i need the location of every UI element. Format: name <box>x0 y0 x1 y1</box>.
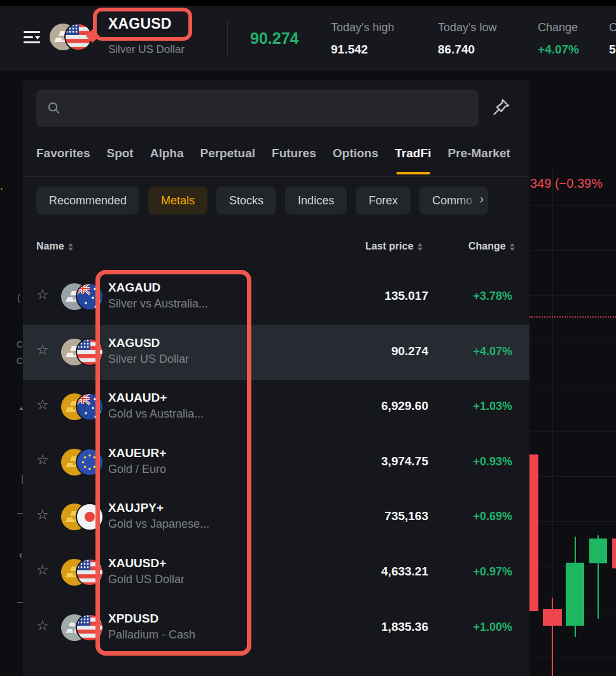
column-label: Change <box>468 241 506 251</box>
row-last-price: 1,835.36 <box>381 620 428 634</box>
row-symbol: XAUJPY+ <box>108 501 164 515</box>
favorite-star-icon[interactable]: ☆ <box>36 508 49 522</box>
tab-spot[interactable]: Spot <box>106 144 133 174</box>
page-fragment: ‹ <box>19 550 22 560</box>
chart-dotted-price-line <box>529 316 616 318</box>
chip-recommended[interactable]: Recommended <box>36 187 139 215</box>
chip-metals[interactable]: Metals <box>148 187 207 215</box>
search-input[interactable] <box>67 90 468 127</box>
chip-commo[interactable]: Commo› <box>419 187 488 215</box>
chip-indices[interactable]: Indices <box>285 187 347 215</box>
chip-label: Forex <box>368 194 398 208</box>
row-symbol: XAGAUD <box>108 281 160 295</box>
stat-label: Change <box>538 21 578 34</box>
tab-pre-market[interactable]: Pre-Market <box>448 144 510 174</box>
candle-body <box>543 609 562 626</box>
chart-gridline <box>529 657 616 658</box>
chip-label: Stocks <box>229 194 263 208</box>
row-change: +4.07% <box>473 345 512 358</box>
row-symbol: XAUAUD+ <box>108 391 167 405</box>
symbol-row-xaueur-plus[interactable]: ☆XAUEUR+Gold / Euro3,974.75+0.93% <box>23 435 529 490</box>
stat-label: Today's low <box>438 21 496 34</box>
symbol-row-xpdusd[interactable]: ☆XPDUSDPalladium - Cash1,835.36+1.00% <box>23 600 529 656</box>
row-change: +0.69% <box>473 510 512 523</box>
symbol-row-xagaud[interactable]: ☆XAGAUDSilver vs Australia...135.017+3.7… <box>23 269 529 325</box>
candle-body <box>566 563 584 626</box>
chart-gridline <box>529 295 616 296</box>
header-divider <box>227 22 228 56</box>
row-description: Gold vs Japanese... <box>108 518 209 531</box>
window-top-strip <box>0 0 616 6</box>
tab-options[interactable]: Options <box>333 144 379 174</box>
column-header-last-price[interactable]: Last price <box>365 241 423 252</box>
header-symbol[interactable]: XAGUSD <box>108 15 172 32</box>
stat-value: +4.07% <box>538 43 579 57</box>
pair-icon <box>61 393 103 421</box>
pair-icon <box>61 503 103 531</box>
trading-app-screen: 349 (−0.39% •(CC▴|—‹— XAGUSD Silver US D… <box>0 0 616 676</box>
candle-body <box>612 539 616 568</box>
header-last-price: 90.274 <box>250 29 298 48</box>
favorite-star-icon[interactable]: ☆ <box>36 343 49 357</box>
pair-icon <box>61 338 103 366</box>
row-symbol: XAUEUR+ <box>108 446 166 460</box>
market-tabs: FavoritesSpotAlphaPerpetualFuturesOption… <box>36 144 529 174</box>
tab-favorites[interactable]: Favorites <box>36 144 90 174</box>
row-symbol: XAGUSD <box>108 336 160 350</box>
tab-alpha[interactable]: Alpha <box>150 144 184 174</box>
pair-icon <box>61 283 103 311</box>
pair-icon <box>61 448 103 476</box>
chip-forex[interactable]: Forex <box>356 187 410 215</box>
category-chips: RecommendedMetalsStocksIndicesForexCommo… <box>36 187 488 215</box>
search-box[interactable] <box>36 90 479 127</box>
tab-futures[interactable]: Futures <box>272 144 316 174</box>
chip-stocks[interactable]: Stocks <box>216 187 276 215</box>
pin-icon[interactable] <box>491 97 514 120</box>
row-last-price: 135.017 <box>384 289 428 303</box>
column-header-change[interactable]: Change <box>468 241 515 252</box>
row-last-price: 735,163 <box>384 509 428 523</box>
column-label: Last price <box>365 241 414 251</box>
candle-body <box>529 454 538 611</box>
header: XAGUSD Silver US Dollar 90.274 Today's h… <box>0 0 616 71</box>
column-header-name[interactable]: Name <box>36 241 73 252</box>
favorite-star-icon[interactable]: ☆ <box>36 398 49 412</box>
row-last-price: 4,633.21 <box>381 565 428 579</box>
symbol-row-xaujpy-plus[interactable]: ☆XAUJPY+Gold vs Japanese...735,163+0.69% <box>23 489 529 545</box>
tab-perpetual[interactable]: Perpetual <box>200 144 255 174</box>
symbol-selector-panel: FavoritesSpotAlphaPerpetualFuturesOption… <box>23 80 529 676</box>
favorite-star-icon[interactable]: ☆ <box>36 453 49 467</box>
chevron-right-icon[interactable]: › <box>480 192 484 206</box>
header-symbol-subtitle: Silver US Dollar <box>108 43 185 56</box>
row-change: +0.93% <box>473 455 512 468</box>
stat-value: 91.542 <box>331 43 368 57</box>
menu-icon[interactable] <box>23 28 42 47</box>
favorite-star-icon[interactable]: ☆ <box>36 619 49 633</box>
row-description: Gold / Euro <box>108 463 166 476</box>
pair-icon <box>61 614 103 642</box>
favorite-star-icon[interactable]: ☆ <box>36 288 49 302</box>
row-last-price: 3,974.75 <box>381 454 428 468</box>
chart-gridline <box>529 386 616 386</box>
search-icon <box>46 101 62 116</box>
symbol-row-xauusd-plus[interactable]: ☆XAUUSD+Gold US Dollar4,633.21+0.97% <box>23 545 529 600</box>
row-description: Gold US Dollar <box>108 573 185 586</box>
row-change: +1.03% <box>473 400 512 413</box>
stat-value: 5 <box>609 43 616 57</box>
tab-tradfi[interactable]: TradFi <box>395 144 431 174</box>
chip-fade <box>460 187 488 215</box>
stat-value: 86.740 <box>438 43 475 57</box>
symbol-row-xagusd[interactable]: ☆XAGUSDSilver US Dollar90.274+4.07% <box>23 325 529 380</box>
symbol-pair-icon <box>50 23 92 51</box>
favorite-star-icon[interactable]: ☆ <box>36 563 49 577</box>
row-description: Silver US Dollar <box>108 353 189 366</box>
row-last-price: 90.274 <box>391 344 428 358</box>
candle-body <box>589 539 607 563</box>
page-fragment: • <box>1 187 3 192</box>
row-change: +0.97% <box>473 565 512 579</box>
chart-gridline <box>529 521 616 522</box>
chart-gridline <box>529 431 616 432</box>
row-description: Palladium - Cash <box>108 628 195 642</box>
chip-label: Metals <box>161 194 195 208</box>
symbol-row-xauaud-plus[interactable]: ☆XAUAUD+Gold vs Australia...6,929.60+1.0… <box>23 379 529 435</box>
